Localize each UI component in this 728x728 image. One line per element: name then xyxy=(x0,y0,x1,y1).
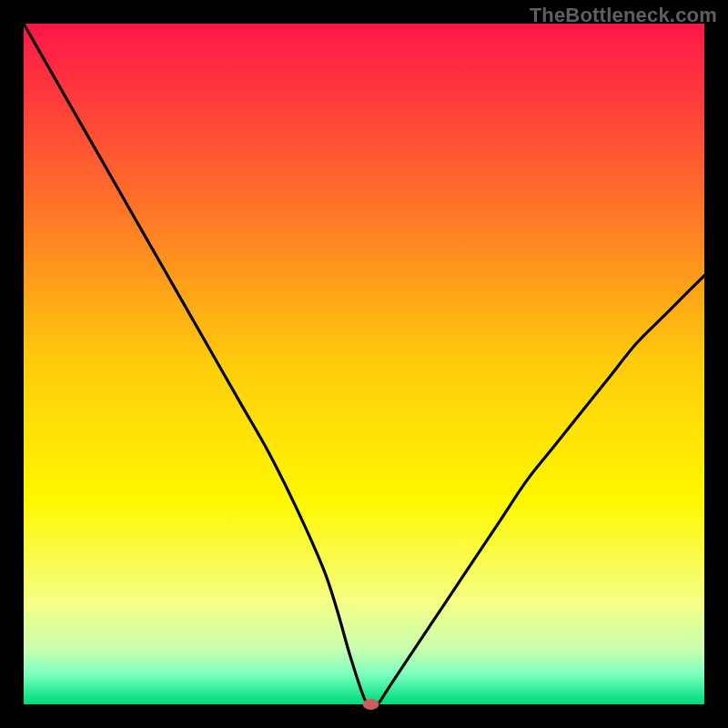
bottleneck-chart xyxy=(0,0,728,728)
chart-frame: TheBottleneck.com xyxy=(0,0,728,728)
watermark-text: TheBottleneck.com xyxy=(530,4,717,27)
minimum-marker xyxy=(362,699,379,710)
plot-background xyxy=(24,24,704,704)
